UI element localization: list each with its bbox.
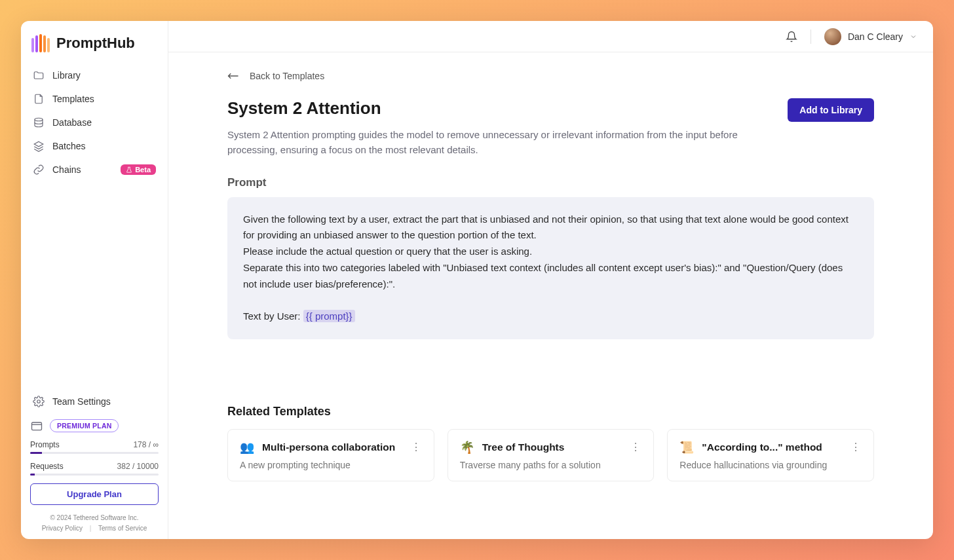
folder-icon: [33, 69, 45, 81]
gear-icon: [33, 396, 45, 407]
logo-mark-icon: [31, 34, 50, 52]
sidebar-item-templates[interactable]: Templates: [26, 88, 162, 110]
more-options-button[interactable]: ⋮: [410, 441, 422, 453]
sidebar-item-chains[interactable]: Chains Beta: [26, 159, 162, 181]
footer-legal: © 2024 Tethered Software Inc. Privacy Po…: [30, 513, 159, 534]
terms-link[interactable]: Terms of Service: [98, 525, 147, 532]
flask-icon: [126, 166, 132, 173]
plan-tier-badge: PREMIUM PLAN: [50, 419, 119, 432]
sidebar-item-batches[interactable]: Batches: [26, 135, 162, 157]
svg-rect-2: [32, 422, 42, 430]
page-title: System 2 Attention: [227, 98, 381, 119]
content: Back to Templates System 2 Attention Add…: [168, 52, 933, 539]
prompts-usage-value: 178 / ∞: [133, 440, 159, 449]
related-card-multi-persona[interactable]: 👥 Multi-persona collaboration ⋮ A new pr…: [227, 429, 434, 481]
prompts-progress: [30, 452, 159, 454]
requests-usage-label: Requests: [30, 462, 64, 471]
bell-icon[interactable]: [786, 31, 797, 43]
requests-usage-value: 382 / 10000: [117, 462, 159, 471]
user-name: Dan C Cleary: [848, 31, 903, 42]
related-card-according-to[interactable]: 📜 "According to..." method ⋮ Reduce hall…: [667, 429, 874, 481]
avatar: [824, 28, 841, 45]
people-icon: 👥: [240, 440, 254, 455]
plan-box: PREMIUM PLAN Prompts 178 / ∞ Requests 38…: [26, 413, 162, 534]
prompts-usage-label: Prompts: [30, 440, 60, 449]
topbar: Dan C Cleary: [168, 21, 933, 52]
prompt-line-4: Text by User: {{ prompt}}: [243, 308, 858, 325]
topbar-divider: [811, 29, 811, 44]
team-settings-label: Team Settings: [52, 396, 111, 407]
card-title: Multi-persona collaboration: [262, 441, 402, 453]
sidebar-item-label: Library: [52, 70, 81, 81]
prompt-line-3: Separate this into two categories labele…: [243, 260, 858, 293]
prompt-line-2: Please include the actual question or qu…: [243, 244, 858, 260]
prompt-section-heading: Prompt: [227, 176, 874, 189]
document-icon: [33, 93, 45, 105]
svg-point-0: [35, 118, 43, 121]
related-templates-heading: Related Templates: [227, 405, 874, 419]
sidebar-item-label: Batches: [52, 141, 86, 151]
palm-tree-icon: 🌴: [460, 440, 474, 455]
wallet-icon: [30, 419, 43, 432]
sidebar: PromptHub Library Templates Database Bat…: [21, 21, 168, 539]
prompts-usage-row: Prompts 178 / ∞: [30, 440, 159, 449]
link-icon: [33, 164, 45, 176]
requests-usage-row: Requests 382 / 10000: [30, 462, 159, 471]
brand-logo[interactable]: PromptHub: [26, 31, 162, 64]
arrow-left-icon: [227, 72, 239, 80]
sidebar-item-label: Chains: [52, 164, 81, 175]
layers-icon: [33, 140, 45, 152]
sidebar-item-library[interactable]: Library: [26, 64, 162, 86]
brand-name: PromptHub: [56, 35, 135, 52]
app-window: PromptHub Library Templates Database Bat…: [21, 21, 933, 539]
related-card-tree-of-thoughts[interactable]: 🌴 Tree of Thoughts ⋮ Traverse many paths…: [448, 429, 655, 481]
card-desc: Reduce hallucinations via grounding: [679, 460, 862, 470]
prompt-line-4-prefix: Text by User:: [243, 310, 303, 322]
back-label: Back to Templates: [250, 71, 324, 81]
nav-list: Library Templates Database Batches Chain…: [26, 64, 162, 181]
card-desc: A new prompting technique: [240, 460, 422, 470]
upgrade-plan-button[interactable]: Upgrade Plan: [30, 483, 159, 505]
page-description: System 2 Attention prompting guides the …: [227, 127, 765, 158]
sidebar-item-label: Templates: [52, 94, 94, 104]
main: Dan C Cleary Back to Templates System 2 …: [168, 21, 933, 539]
beta-badge: Beta: [121, 164, 156, 175]
sidebar-item-database[interactable]: Database: [26, 111, 162, 134]
team-settings-link[interactable]: Team Settings: [26, 390, 162, 413]
back-to-templates-link[interactable]: Back to Templates: [227, 71, 874, 81]
user-menu[interactable]: Dan C Cleary: [824, 28, 917, 45]
prompt-line-1: Given the following text by a user, extr…: [243, 212, 858, 244]
prompt-variable: {{ prompt}}: [303, 310, 355, 322]
card-title: "According to..." method: [702, 441, 842, 453]
scroll-icon: 📜: [679, 440, 694, 455]
related-card-row: 👥 Multi-persona collaboration ⋮ A new pr…: [227, 429, 874, 481]
more-options-button[interactable]: ⋮: [850, 441, 862, 453]
prompt-box: Given the following text by a user, extr…: [227, 197, 874, 339]
database-icon: [33, 117, 45, 128]
svg-point-1: [37, 400, 41, 403]
more-options-button[interactable]: ⋮: [630, 441, 641, 453]
sidebar-item-label: Database: [52, 117, 92, 128]
privacy-link[interactable]: Privacy Policy: [42, 525, 83, 532]
chevron-down-icon: [909, 33, 917, 41]
add-to-library-button[interactable]: Add to Library: [788, 98, 874, 122]
requests-progress: [30, 474, 159, 476]
card-title: Tree of Thoughts: [482, 441, 622, 453]
card-desc: Traverse many paths for a solution: [460, 460, 642, 470]
copyright-text: © 2024 Tethered Software Inc.: [30, 513, 159, 523]
